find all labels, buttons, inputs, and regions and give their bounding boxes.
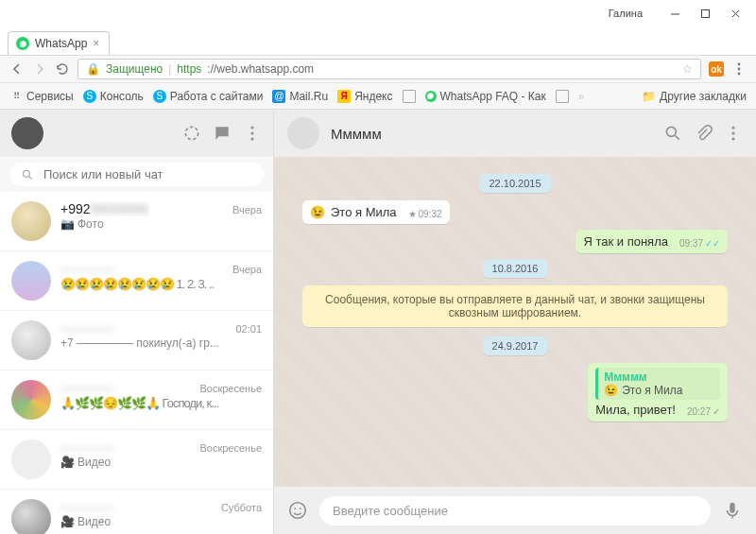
date-separator: 10.8.2016 — [302, 259, 728, 276]
chat-avatar — [11, 320, 51, 360]
voice-record-icon[interactable] — [722, 500, 743, 521]
apps-button[interactable]: ⠿Сервисы — [9, 90, 74, 103]
window-minimize-button[interactable] — [660, 2, 690, 25]
svg-point-8 — [23, 170, 29, 177]
other-bookmarks-button[interactable]: Другие закладки — [660, 90, 747, 103]
url-scheme: https — [177, 62, 201, 76]
page-icon — [403, 90, 416, 103]
chat-avatar — [11, 261, 51, 301]
conversation-panel: Ммммм 22.10.2015 😉Это я Мила ★09:32 Я та… — [274, 110, 756, 534]
menu-icon[interactable] — [243, 124, 262, 143]
search-container — [0, 157, 273, 192]
contact-name[interactable]: Ммммм — [331, 126, 652, 142]
chat-preview: 🎥Видео — [60, 456, 262, 469]
message-text: Мила, привет! — [595, 403, 676, 417]
whatsapp-icon — [16, 37, 29, 50]
tab-whatsapp[interactable]: WhatsApp × — [8, 31, 110, 55]
message-text: Я так и поняла — [583, 234, 668, 249]
chat-name: ———— — [60, 380, 113, 395]
browser-menu-button[interactable] — [731, 61, 747, 77]
bookmark-doc[interactable] — [403, 90, 416, 103]
chat-list-item[interactable]: ————Воскресенье 🎥Видео — [0, 430, 273, 490]
page-icon — [556, 90, 569, 103]
bookmark-wa-faq[interactable]: WhatsApp FAQ - Как — [425, 90, 546, 103]
new-chat-icon[interactable] — [213, 124, 232, 143]
message-list[interactable]: 22.10.2015 😉Это я Мила ★09:32 Я так и по… — [274, 157, 756, 487]
message-incoming[interactable]: 😉Это я Мила ★09:32 — [302, 200, 728, 224]
chat-time: Вчера — [229, 204, 262, 215]
search-icon — [21, 168, 34, 181]
nav-reload-button[interactable] — [55, 61, 70, 77]
message-composer: Введите сообщение — [274, 487, 756, 534]
chat-list-item[interactable]: ————Воскресенье 🙏🌿🌿😔🌿🌿🙏 Господи, к... — [0, 370, 273, 430]
chat-list-item[interactable]: ————02:01 +7 ————— покинул(-а) гр... — [0, 311, 273, 370]
svg-point-3 — [738, 73, 741, 76]
attach-icon[interactable] — [694, 124, 713, 143]
svg-point-10 — [731, 126, 734, 129]
search-in-chat-icon[interactable] — [663, 124, 682, 143]
window-close-button[interactable] — [720, 2, 750, 25]
bookmark-yandex[interactable]: ЯЯндекс — [337, 90, 392, 103]
chat-list-item[interactable]: +99200000000Вчера 📷Фото — [0, 192, 273, 251]
window-titlebar: Галина — [0, 0, 756, 26]
whatsapp-app: +99200000000Вчера 📷Фото ————Вчера 😢😢😢😢😢😢… — [0, 110, 756, 534]
message-outgoing[interactable]: Ммммм 😉Это я Мила Мила, привет! 20:27✓ — [302, 363, 728, 422]
window-maximize-button[interactable] — [690, 2, 720, 25]
bookmark-mailru[interactable]: @Mail.Ru — [272, 90, 328, 103]
status-icon[interactable] — [182, 124, 201, 143]
bookmark-sites[interactable]: SРабота с сайтами — [153, 90, 264, 103]
nav-back-button[interactable] — [9, 61, 25, 77]
message-input[interactable]: Введите сообщение — [319, 496, 711, 525]
chat-preview: 🙏🌿🌿😔🌿🌿🙏 Господи, к... — [60, 396, 262, 410]
message-meta: ★09:32 — [408, 209, 442, 219]
chat-time: Вчера — [229, 264, 262, 275]
svg-point-5 — [250, 126, 253, 129]
read-ticks-icon: ✓✓ — [705, 238, 720, 249]
bookmarks-bar: ⠿Сервисы SКонсоль SРабота с сайтами @Mai… — [0, 83, 756, 110]
encryption-notice: Сообщения, которые вы отправляете в данн… — [302, 285, 728, 327]
search-input[interactable] — [43, 167, 252, 181]
emoji-wink-icon: 😉 — [310, 205, 325, 219]
extension-odnoklassniki-icon[interactable]: ok — [709, 61, 724, 77]
chat-time: Воскресенье — [196, 383, 262, 394]
conversation-header: Ммммм — [274, 110, 756, 157]
secure-label: Защищено — [106, 62, 163, 76]
chat-menu-icon[interactable] — [724, 124, 743, 143]
svg-point-11 — [731, 131, 734, 134]
svg-point-9 — [666, 127, 676, 136]
svg-point-13 — [290, 503, 306, 519]
svg-rect-0 — [701, 9, 709, 17]
contact-avatar[interactable] — [287, 117, 319, 149]
chat-time: Воскресенье — [196, 442, 262, 454]
skype-icon: S — [83, 90, 96, 103]
chat-avatar — [11, 439, 51, 479]
chat-preview: 🎥Видео — [60, 515, 262, 528]
message-outgoing[interactable]: Я так и поняла 09:37✓✓ — [302, 230, 728, 253]
chat-list[interactable]: +99200000000Вчера 📷Фото ————Вчера 😢😢😢😢😢😢… — [0, 192, 273, 534]
sent-tick-icon: ✓ — [713, 406, 720, 417]
chat-list-item[interactable]: ————Вчера 😢😢😢😢😢😢😢😢 1. 2. 3. .. — [0, 251, 273, 311]
skype-icon: S — [153, 90, 166, 103]
svg-point-7 — [250, 137, 253, 140]
emoji-picker-icon[interactable] — [287, 500, 308, 521]
address-bar[interactable]: 🔒 Защищено | https://web.whatsapp.com ☆ — [77, 59, 701, 79]
bookmark-console[interactable]: SКонсоль — [83, 90, 144, 103]
svg-point-15 — [300, 508, 301, 509]
sidebar-header — [0, 110, 273, 157]
apps-icon: ⠿ — [9, 90, 23, 103]
star-icon: ★ — [408, 209, 417, 219]
emoji-wink-icon: 😉 — [604, 384, 618, 397]
bookmark-star-icon[interactable]: ☆ — [682, 62, 693, 76]
svg-point-4 — [185, 127, 198, 139]
chat-list-item[interactable]: ————Суббота 🎥Видео — [0, 490, 273, 534]
mailru-icon: @ — [272, 90, 285, 103]
bookmark-doc2[interactable] — [556, 90, 569, 103]
nav-forward-button[interactable] — [32, 61, 47, 77]
chat-time: 02:01 — [232, 323, 262, 335]
browser-toolbar: 🔒 Защищено | https://web.whatsapp.com ☆ … — [0, 55, 756, 83]
chat-name: ———— — [60, 320, 113, 336]
chat-name: ———— — [60, 499, 113, 514]
yandex-icon: Я — [337, 90, 351, 103]
self-avatar[interactable] — [11, 117, 43, 149]
tab-close-icon[interactable]: × — [93, 37, 99, 50]
